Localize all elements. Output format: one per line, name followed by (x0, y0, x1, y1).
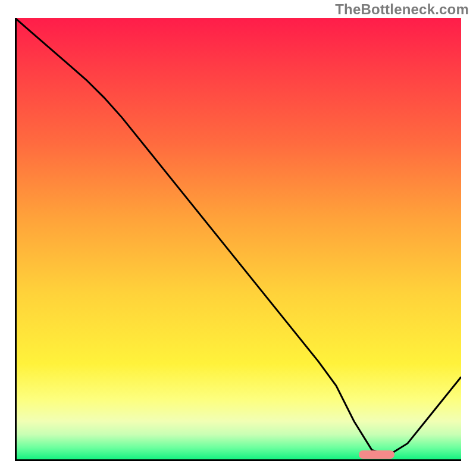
watermark-text: TheBottleneck.com (335, 1, 469, 18)
valley-marker (359, 450, 394, 459)
gradient-background (15, 18, 461, 461)
plot-area (15, 18, 461, 461)
chart-container: TheBottleneck.com (0, 0, 476, 476)
